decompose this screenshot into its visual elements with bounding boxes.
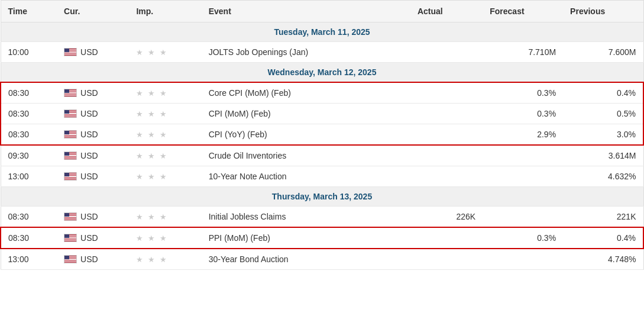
- event-forecast: 0.3%: [483, 104, 563, 124]
- event-time: 08:30: [1, 124, 57, 146]
- event-actual: 226K: [410, 207, 483, 228]
- table-row: 08:30USD★ ★ ★CPI (MoM) (Feb)0.3%0.5%: [1, 104, 643, 124]
- table-row: 08:30USD★ ★ ★Initial Jobless Claims226K2…: [1, 207, 643, 228]
- event-actual: [410, 249, 483, 270]
- event-actual: [410, 104, 483, 124]
- header-previous: Previous: [563, 1, 643, 22]
- event-currency: USD: [57, 166, 129, 187]
- event-name: CPI (YoY) (Feb): [202, 124, 410, 146]
- event-previous: 7.600M: [563, 42, 643, 63]
- us-flag-icon: [64, 172, 77, 181]
- event-previous: 3.0%: [563, 124, 643, 146]
- event-previous: 3.614M: [563, 145, 643, 166]
- us-flag-icon: [64, 234, 77, 242]
- table-row: 13:00USD★ ★ ★10-Year Note Auction4.632%: [1, 166, 643, 187]
- event-name: Initial Jobless Claims: [202, 207, 410, 228]
- event-actual: [410, 227, 483, 249]
- event-name: Core CPI (MoM) (Feb): [202, 82, 410, 104]
- event-name: CPI (MoM) (Feb): [202, 104, 410, 124]
- currency-code: USD: [80, 254, 98, 264]
- event-importance: ★ ★ ★: [129, 227, 201, 249]
- event-previous: 221K: [563, 207, 643, 228]
- us-flag-icon: [64, 152, 77, 160]
- table-header-row: Time Cur. Imp. Event Actual Forecast Pre…: [1, 1, 643, 22]
- event-time: 13:00: [1, 166, 57, 187]
- table-row: 08:30USD★ ★ ★CPI (YoY) (Feb)2.9%3.0%: [1, 124, 643, 146]
- table-row: 13:00USD★ ★ ★30-Year Bond Auction4.748%: [1, 249, 643, 270]
- event-actual: [410, 145, 483, 166]
- event-actual: [410, 124, 483, 146]
- event-importance: ★ ★ ★: [129, 249, 201, 270]
- event-time: 08:30: [1, 207, 57, 228]
- event-name: PPI (MoM) (Feb): [202, 227, 410, 249]
- us-flag-icon: [64, 89, 77, 97]
- day-header-row: Wednesday, March 12, 2025: [1, 63, 643, 83]
- economic-calendar-table: Time Cur. Imp. Event Actual Forecast Pre…: [0, 0, 644, 270]
- header-forecast: Forecast: [483, 1, 563, 22]
- event-time: 10:00: [1, 42, 57, 63]
- event-time: 08:30: [1, 104, 57, 124]
- currency-code: USD: [80, 130, 98, 139]
- header-time: Time: [1, 1, 57, 22]
- event-time: 08:30: [1, 227, 57, 249]
- event-previous: 4.748%: [563, 249, 643, 270]
- day-label: Tuesday, March 11, 2025: [1, 22, 643, 42]
- event-importance: ★ ★ ★: [129, 124, 201, 146]
- event-currency: USD: [57, 82, 129, 104]
- event-forecast: [483, 249, 563, 270]
- table-row: 08:30USD★ ★ ★Core CPI (MoM) (Feb)0.3%0.4…: [1, 82, 643, 104]
- event-importance: ★ ★ ★: [129, 82, 201, 104]
- event-name: 10-Year Note Auction: [202, 166, 410, 187]
- event-importance: ★ ★ ★: [129, 207, 201, 228]
- header-event: Event: [202, 1, 410, 22]
- us-flag-icon: [64, 130, 77, 138]
- event-forecast: 0.3%: [483, 227, 563, 249]
- event-forecast: 0.3%: [483, 82, 563, 104]
- event-time: 09:30: [1, 145, 57, 166]
- event-importance: ★ ★ ★: [129, 104, 201, 124]
- table-row: 08:30USD★ ★ ★PPI (MoM) (Feb)0.3%0.4%: [1, 227, 643, 249]
- event-currency: USD: [57, 104, 129, 124]
- event-importance: ★ ★ ★: [129, 166, 201, 187]
- currency-code: USD: [80, 212, 98, 221]
- header-actual: Actual: [410, 1, 483, 22]
- event-name: 30-Year Bond Auction: [202, 249, 410, 270]
- event-time: 08:30: [1, 82, 57, 104]
- event-actual: [410, 166, 483, 187]
- header-importance: Imp.: [129, 1, 201, 22]
- currency-code: USD: [80, 88, 98, 98]
- header-currency: Cur.: [57, 1, 129, 22]
- table-row: 09:30USD★ ★ ★Crude Oil Inventories3.614M: [1, 145, 643, 166]
- event-forecast: 2.9%: [483, 124, 563, 146]
- day-header-row: Tuesday, March 11, 2025: [1, 22, 643, 42]
- event-currency: USD: [57, 249, 129, 270]
- currency-code: USD: [80, 172, 98, 181]
- event-currency: USD: [57, 227, 129, 249]
- event-currency: USD: [57, 145, 129, 166]
- event-currency: USD: [57, 207, 129, 228]
- event-previous: 0.4%: [563, 227, 643, 249]
- event-previous: 0.5%: [563, 104, 643, 124]
- event-forecast: [483, 166, 563, 187]
- day-header-row: Thursday, March 13, 2025: [1, 187, 643, 207]
- event-currency: USD: [57, 124, 129, 146]
- us-flag-icon: [64, 48, 77, 56]
- day-label: Wednesday, March 12, 2025: [1, 63, 643, 83]
- event-name: JOLTS Job Openings (Jan): [202, 42, 410, 63]
- event-actual: [410, 82, 483, 104]
- event-forecast: [483, 145, 563, 166]
- event-previous: 4.632%: [563, 166, 643, 187]
- event-forecast: [483, 207, 563, 228]
- event-name: Crude Oil Inventories: [202, 145, 410, 166]
- table-row: 10:00USD★ ★ ★JOLTS Job Openings (Jan)7.7…: [1, 42, 643, 63]
- event-forecast: 7.710M: [483, 42, 563, 63]
- us-flag-icon: [64, 212, 77, 221]
- currency-code: USD: [80, 233, 98, 243]
- event-actual: [410, 42, 483, 63]
- currency-code: USD: [80, 109, 98, 118]
- event-previous: 0.4%: [563, 82, 643, 104]
- event-importance: ★ ★ ★: [129, 145, 201, 166]
- day-label: Thursday, March 13, 2025: [1, 187, 643, 207]
- event-time: 13:00: [1, 249, 57, 270]
- us-flag-icon: [64, 255, 77, 263]
